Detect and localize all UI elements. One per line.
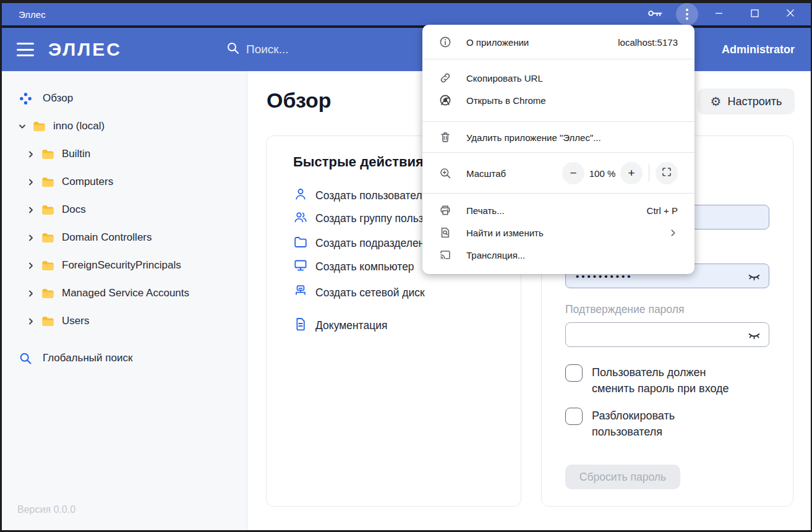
chevron-right-icon	[27, 150, 35, 159]
checkbox-icon[interactable]	[565, 364, 583, 382]
confirm-password-field[interactable]	[565, 322, 769, 347]
zoom-level: 100 %	[584, 168, 620, 179]
create-user-action[interactable]: Создать пользователя	[293, 187, 428, 204]
sidebar-item-global-search[interactable]: Глобальный поиск	[19, 347, 132, 369]
menu-item-zoom: Масштаб − 100 % +	[422, 162, 694, 184]
cast-icon	[439, 249, 451, 261]
folder-icon	[41, 260, 54, 271]
minimize-icon	[715, 9, 723, 20]
reset-password-button[interactable]: Сбросить пароль	[565, 465, 680, 489]
chevron-down-icon	[18, 122, 27, 131]
users-group-icon	[293, 210, 308, 228]
sidebar: Обзор inno (local) Builtin Computers Doc…	[0, 71, 247, 532]
close-icon	[786, 9, 795, 20]
link-icon	[439, 72, 451, 84]
folder-icon	[41, 233, 54, 243]
folder-icon	[41, 316, 54, 327]
menu-item-open-in-chrome[interactable]: Открыть в Chrome	[422, 89, 694, 111]
sidebar-item-domain[interactable]: inno (local)	[18, 115, 105, 137]
trash-icon	[439, 131, 451, 144]
sidebar-item-builtin[interactable]: Builtin	[27, 143, 90, 165]
gear-icon: ⚙	[711, 95, 722, 108]
fullscreen-button[interactable]	[656, 162, 678, 184]
sidebar-item-users[interactable]: Users	[27, 310, 89, 332]
user-icon	[293, 187, 308, 205]
must-change-password-checkbox[interactable]: Пользователь должен сменить пароль при в…	[565, 364, 748, 397]
sidebar-item-computers[interactable]: Computers	[27, 171, 113, 193]
page-title: Обзор	[267, 88, 331, 113]
create-computer-action[interactable]: Создать компьютер	[293, 258, 414, 275]
app-origin: localhost:5173	[618, 37, 678, 48]
zoom-out-button[interactable]: −	[562, 162, 584, 184]
maximize-button[interactable]	[740, 3, 769, 25]
fullscreen-icon	[662, 166, 672, 180]
sidebar-item-managed-service-accounts[interactable]: Managed Service Accounts	[27, 282, 189, 304]
window-title: Эллес	[19, 9, 46, 20]
divider	[649, 165, 649, 182]
network-drive-icon	[293, 284, 308, 302]
folder-icon	[41, 205, 54, 215]
create-ou-action[interactable]: Создать подразделение	[293, 234, 437, 252]
folder-icon	[41, 149, 54, 160]
window-edge	[0, 0, 812, 3]
passkey-button[interactable]	[641, 3, 670, 25]
folder-icon	[33, 121, 46, 132]
document-icon	[293, 317, 308, 335]
search-icon	[19, 351, 33, 366]
menu-item-about[interactable]: О приложении localhost:5173	[422, 31, 694, 53]
app-version: Версия 0.0.0	[17, 504, 75, 515]
menu-item-cast[interactable]: Трансляция...	[422, 244, 694, 266]
app-logo: ЭЛЛЕС	[48, 39, 122, 60]
sidebar-item-foreign-security-principals[interactable]: ForeignSecurityPrincipals	[27, 254, 181, 277]
chevron-right-icon	[669, 228, 678, 238]
search-icon	[226, 41, 241, 58]
find-in-page-icon	[439, 226, 451, 239]
chrome-app-menu: О приложении localhost:5173 Скопировать …	[422, 25, 694, 274]
hamburger-menu-button[interactable]	[17, 43, 34, 56]
window-edge	[0, 0, 2, 532]
checkbox-icon[interactable]	[565, 408, 583, 425]
info-icon	[439, 36, 451, 48]
eye-closed-icon[interactable]	[747, 328, 761, 345]
sidebar-item-domain-controllers[interactable]: Domain Controllers	[27, 226, 152, 249]
confirm-password-label: Подтверждение пароля	[565, 303, 684, 316]
sidebar-item-overview[interactable]: Обзор	[19, 87, 73, 109]
quick-actions-title: Быстрые действия	[293, 154, 424, 170]
chrome-icon	[439, 94, 451, 106]
chevron-right-icon	[27, 205, 35, 215]
print-shortcut: Ctrl + P	[647, 205, 678, 216]
search-placeholder: Поиск...	[246, 43, 289, 56]
sidebar-item-docs[interactable]: Docs	[27, 199, 86, 221]
menu-item-find-edit[interactable]: Найти и изменить	[422, 221, 694, 244]
folder-icon	[41, 177, 54, 187]
configure-button[interactable]: ⚙ Настроить	[698, 88, 795, 114]
search-input[interactable]: Поиск...	[226, 41, 289, 58]
printer-icon	[439, 204, 451, 217]
kebab-menu-icon	[686, 9, 688, 11]
current-user[interactable]: Administrator	[722, 43, 795, 56]
chevron-right-icon	[27, 178, 35, 187]
zoom-icon	[439, 167, 451, 179]
maximize-icon	[751, 9, 759, 20]
menu-item-uninstall[interactable]: Удалить приложение "Эллес"...	[422, 126, 694, 148]
zoom-in-button[interactable]: +	[620, 162, 643, 184]
chevron-right-icon	[27, 317, 35, 326]
minimize-button[interactable]	[704, 3, 733, 25]
app-window: Эллес ЭЛЛЕС	[0, 0, 812, 532]
menu-item-print[interactable]: Печать... Ctrl + P	[422, 199, 694, 221]
eye-closed-icon[interactable]	[747, 270, 761, 286]
titlebar: Эллес	[0, 3, 812, 27]
folder-icon	[41, 288, 54, 299]
app-menu-button[interactable]	[676, 3, 698, 25]
create-network-drive-action[interactable]: Создать сетевой диск	[293, 284, 425, 301]
monitor-icon	[293, 258, 308, 276]
chevron-right-icon	[27, 289, 35, 298]
chevron-right-icon	[27, 233, 35, 242]
close-button[interactable]	[776, 3, 805, 25]
chevron-right-icon	[27, 261, 35, 270]
documentation-link[interactable]: Документация	[293, 317, 387, 334]
folder-outline-icon	[293, 234, 308, 252]
overview-icon	[19, 92, 33, 106]
menu-item-copy-url[interactable]: Скопировать URL	[422, 67, 694, 89]
unlock-user-checkbox[interactable]: Разблокировать пользователя	[565, 408, 748, 440]
